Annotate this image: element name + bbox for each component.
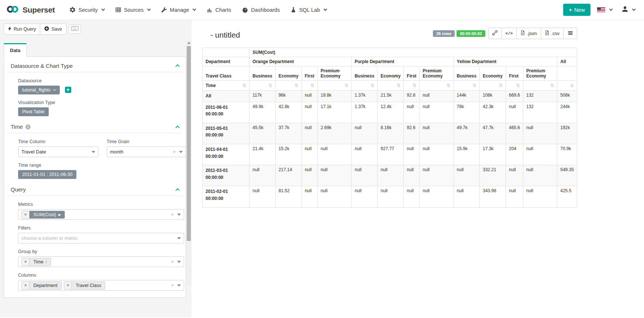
short-link-button[interactable] (488, 28, 502, 39)
nav-item-manage[interactable]: Manage (156, 4, 201, 16)
sort-icon[interactable]: ⇅ (412, 83, 416, 88)
tab-data[interactable]: Data (4, 43, 27, 57)
sort-icon[interactable]: ⇅ (516, 83, 520, 88)
metrics-control: Metrics × SUM(Cost)▶ × (18, 202, 182, 220)
groupby-select[interactable]: × Timei × (18, 256, 184, 267)
row-label-cell: All (203, 91, 249, 102)
remove-token-icon[interactable]: × (22, 282, 30, 289)
export-csv-button[interactable]: .csv (541, 28, 564, 39)
viz-type-pill[interactable]: Pivot Table (18, 107, 49, 116)
chevron-down-icon (53, 88, 56, 91)
time-column-select[interactable]: Travel Date (18, 146, 99, 157)
query-toolbar: Run Query Save (4, 24, 186, 35)
sort-header[interactable]: ⇅ (249, 81, 275, 91)
view-query-button[interactable]: </> (502, 28, 517, 39)
superset-logo[interactable]: Superset (6, 5, 55, 15)
user-menu[interactable] (619, 4, 638, 16)
filters-select[interactable]: choose a column or metric (18, 233, 184, 243)
keyboard-shortcuts-button[interactable] (69, 24, 81, 34)
sort-icon[interactable]: ⇅ (499, 83, 503, 88)
sort-header[interactable]: ⇅ (378, 81, 404, 91)
metrics-select[interactable]: × SUM(Cost)▶ × (18, 209, 184, 220)
cogs-icon (70, 7, 75, 13)
viz-type-control: Visualization Type Pivot Table (18, 100, 182, 116)
scrollbar-thumb[interactable] (187, 46, 191, 241)
language-selector[interactable] (594, 5, 615, 14)
export-button-group: </> .json .csv (488, 28, 577, 39)
sort-amount-header[interactable]: ⇊ (557, 81, 577, 91)
metric-token[interactable]: × SUM(Cost)▶ (21, 211, 65, 219)
sort-header[interactable]: ⇅ (275, 81, 302, 91)
nav-item-charts[interactable]: Charts (201, 4, 237, 16)
sort-header[interactable]: ⇅ (317, 81, 351, 91)
chevron-down-icon (632, 7, 636, 11)
sort-header[interactable]: ⇅ (420, 81, 454, 91)
travel-class-row: Travel ClassBusinessEconomyFirstPremium … (203, 66, 577, 81)
sort-header[interactable]: ⇅ (479, 81, 506, 91)
run-query-button[interactable]: Run Query (4, 24, 40, 35)
sort-icon[interactable]: ⇅ (310, 83, 314, 88)
sort-header[interactable]: ⇅ (506, 81, 523, 91)
clear-icon[interactable]: × (173, 149, 176, 154)
section-header-query[interactable]: Query (8, 186, 182, 196)
pivot-cell: 78k (454, 102, 479, 123)
clear-icon[interactable]: × (171, 212, 174, 217)
nav-item-security[interactable]: Security (64, 4, 110, 16)
time-range-pill[interactable]: 2011-01-01 : 2011-06-30 (18, 170, 76, 179)
columns-token[interactable]: × Department (21, 281, 62, 290)
pivot-cell: null (454, 186, 479, 207)
pivot-row: 2011-04-0100:00:0021.4k15.2knullnullnull… (203, 144, 577, 165)
panel-scrollbar[interactable] (186, 41, 192, 286)
time-grain-select[interactable]: month × (107, 146, 186, 157)
bolt-icon (8, 26, 11, 32)
nav-item-sources[interactable]: Sources (110, 4, 156, 16)
pivot-cell: 37.7k (275, 123, 302, 144)
sort-header[interactable]: ⇅ (302, 81, 317, 91)
sort-header[interactable]: ⇅ (404, 81, 420, 91)
pivot-cell: null (351, 165, 377, 186)
sort-icon[interactable]: ⇅ (396, 83, 400, 88)
sort-icon[interactable]: ⇅ (242, 83, 246, 88)
columns-select[interactable]: × Department × Travel Class × (18, 280, 184, 291)
time-grain-value: month (110, 149, 123, 155)
columns-token[interactable]: × Travel Class (64, 281, 105, 290)
sort-icon[interactable]: ⇅ (447, 83, 451, 88)
nav-item-label: Dashboards (251, 7, 280, 13)
sort-icon[interactable]: ⇅ (370, 83, 374, 88)
remove-token-icon[interactable]: × (22, 258, 30, 266)
scroll-up-arrow[interactable] (187, 42, 190, 44)
sort-icon[interactable]: ⇅ (268, 83, 272, 88)
save-label: Save (51, 27, 62, 32)
datasource-pill[interactable]: tutorial_flights (18, 86, 60, 94)
time-sort-header[interactable]: Time⇅ (203, 81, 249, 91)
section-header-datasource[interactable]: Datasource & Chart Type (8, 63, 182, 72)
nav-item-sql-lab[interactable]: SQL Lab (285, 4, 332, 16)
new-button[interactable]: + New (563, 4, 590, 16)
sort-icon[interactable]: ⇅ (550, 83, 554, 88)
edit-datasource-button[interactable]: + (65, 87, 71, 93)
save-button[interactable]: Save (40, 24, 66, 35)
pivot-cell: null (302, 123, 317, 144)
chart-title[interactable]: - untitled (210, 31, 240, 39)
pivot-cell: 17.1k (317, 102, 351, 123)
export-json-button[interactable]: .json (517, 28, 541, 39)
sort-header[interactable]: ⇅ (523, 81, 557, 91)
remove-token-icon[interactable]: × (64, 282, 72, 289)
sort-header[interactable]: ⇅ (351, 81, 377, 91)
nav-item-dashboards[interactable]: Dashboards (237, 4, 285, 16)
sort-icon[interactable]: ⇅ (295, 83, 299, 88)
department-header-cell: Yellow Department (454, 57, 557, 66)
clear-icon[interactable]: × (171, 283, 174, 288)
section-header-time[interactable]: Time i (8, 124, 182, 133)
remove-token-icon[interactable]: × (22, 211, 30, 218)
groupby-token[interactable]: × Timei (21, 258, 51, 266)
sort-icon[interactable]: ⇅ (344, 83, 348, 88)
sort-icon[interactable]: ⇅ (472, 83, 476, 88)
sort-amount-desc-icon[interactable]: ⇊ (570, 83, 574, 88)
pivot-cell: null (302, 102, 317, 123)
viz-type-value: Pivot Table (22, 109, 45, 115)
sort-header[interactable]: ⇅ (454, 81, 479, 91)
chart-options-button[interactable] (564, 28, 577, 39)
caret-down-icon (177, 261, 181, 263)
clear-icon[interactable]: × (171, 259, 174, 264)
